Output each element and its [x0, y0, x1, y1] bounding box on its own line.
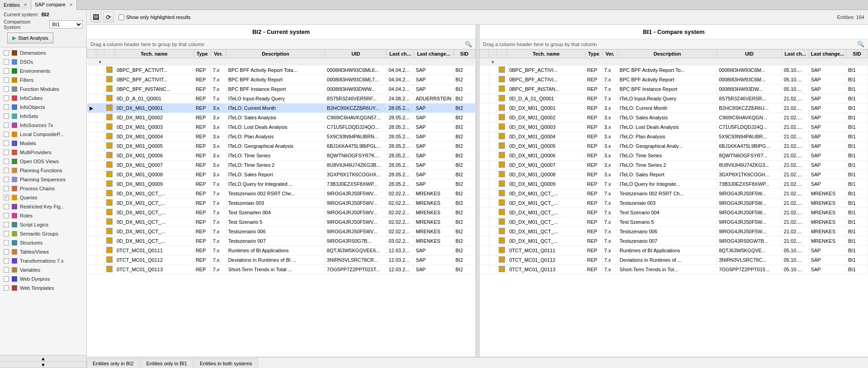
table-row[interactable]: 0D_D_A_01_Q0001 REP 7.x ITeLO Input-Read… [480, 94, 868, 104]
table-row[interactable]: 0D_DX_M01_Q0001 REP 3.x ITeLO: Current M… [480, 104, 868, 113]
expand-arrow-11[interactable] [87, 170, 96, 179]
sidebar-checkbox-obj[interactable] [4, 104, 9, 110]
scroll-up-arrow[interactable]: ▲ [0, 355, 86, 362]
bi1-expand-arrow-11[interactable] [480, 170, 489, 179]
expand-arrow-20[interactable] [87, 255, 96, 265]
bi1-col-ver[interactable]: Ver. [602, 50, 618, 58]
bi1-expand-arrow-2[interactable] [480, 85, 489, 94]
sidebar-checkbox-dso[interactable] [4, 59, 9, 65]
sidebar-checkbox-model[interactable] [4, 141, 9, 146]
sidebar-item-table[interactable]: Tables/Views [0, 247, 86, 256]
bi1-expand-arrow-13[interactable] [480, 189, 489, 198]
sidebar-checkbox-set[interactable] [4, 113, 9, 119]
sidebar-item-web[interactable]: Web Dynpros [0, 274, 86, 283]
table-row[interactable]: 0D_DX_M01_Q0008 REP 3.x ITeLO: Sales Rep… [480, 170, 868, 179]
expand-arrow-4[interactable]: ▶ [87, 104, 96, 113]
table-row[interactable]: 0D_DX_M01_Q0006 REP 3.x ITeLO: Time Seri… [480, 151, 868, 160]
bi1-expand-arrow-10[interactable] [480, 160, 489, 170]
toolbar-refresh-button[interactable]: 🖼 [90, 12, 101, 23]
table-row[interactable]: 0D_DX_M01_QCT_... REP 7.x Test Szenario … [480, 217, 868, 227]
bottom-tab-2[interactable]: Entities in both systems [194, 359, 258, 368]
sidebar-checkbox-chain[interactable] [4, 186, 9, 191]
sidebar-item-script[interactable]: Script Logics [0, 220, 86, 229]
sidebar-item-seq[interactable]: Planning Sequences [0, 175, 86, 184]
sidebar-item-set[interactable]: InfoSets [0, 112, 86, 121]
table-row[interactable]: 0D_DX_M01_QCT_... REP 7.x Testszenario 0… [87, 236, 476, 246]
table-row[interactable]: 0BPC_BPF_INSTANC... REP 7.x BPC BPF Inst… [87, 85, 476, 94]
expand-arrow-17[interactable] [87, 227, 96, 236]
table-row[interactable]: 0D_DX_M01_QCT_... REP 7.x Text Szenarlen… [87, 208, 476, 217]
sidebar-item-trans[interactable]: Transformations 7.x [0, 256, 86, 265]
sidebar-checkbox-comp[interactable] [4, 132, 9, 137]
bi1-expand-arrow-5[interactable] [480, 113, 489, 123]
table-row[interactable]: 0D_D_A_01_Q0001 REP 7.x ITeLO Input-Read… [87, 94, 476, 104]
sidebar-item-sem[interactable]: Semantic Groups [0, 229, 86, 238]
bi1-col-desc[interactable]: Description [618, 50, 717, 58]
bi2-col-uid[interactable]: UID [325, 50, 387, 58]
sidebar-item-func[interactable]: Function Modules [0, 85, 86, 94]
sidebar-checkbox-rkey[interactable] [4, 204, 9, 209]
table-row[interactable]: 0BPC_BPF_ACTIVI... REP 7.x BPC BPF Activ… [480, 75, 868, 85]
table-row[interactable]: 0D_DX_M01_QCT_... REP 7.x Testszenario 0… [480, 227, 868, 236]
sidebar-checkbox-multi[interactable] [4, 150, 9, 155]
expand-arrow-6[interactable] [87, 123, 96, 132]
bi1-expand-arrow-16[interactable] [480, 217, 489, 227]
table-row[interactable]: 0TCT_MC01_Q0111 REP 7.x Runtimes of BI A… [87, 246, 476, 255]
table-row[interactable]: 0D_DX_M01_QCT_... REP 7.x Testszeriaio 0… [480, 198, 868, 208]
tab-entities-close[interactable]: ✕ [24, 2, 27, 7]
sidebar-item-plan[interactable]: Planning Functions [0, 166, 86, 175]
bi1-expand-arrow-0[interactable] [480, 66, 489, 75]
sidebar-item-ods[interactable]: Open ODS Views [0, 157, 86, 166]
bi1-search-icon[interactable]: 🔍 [857, 41, 864, 47]
show-highlighted-checkbox[interactable] [118, 14, 124, 20]
table-row[interactable]: 0TCT_MC01_Q0111 REP 7.x Runtimes of BI A… [480, 246, 868, 255]
bi1-expand-arrow-14[interactable] [480, 198, 489, 208]
table-row[interactable]: 0D_DX_M01_Q0004 REP 3.x ITeLO: Plan Anal… [87, 132, 476, 142]
comparison-system-select[interactable]: BI1 BI2 [49, 20, 83, 28]
bi2-table-container[interactable]: Tech. name Type Ver. Description UID Las… [87, 49, 476, 357]
sidebar-item-src[interactable]: InfoSources 7x [0, 121, 86, 130]
expand-arrow-5[interactable] [87, 113, 96, 123]
table-row[interactable]: 0BPC_BPF_INSTAN... REP 7.x BPC BPF Insta… [480, 85, 868, 94]
bi2-col-desc[interactable]: Description [226, 50, 325, 58]
table-row[interactable]: 0D_DX_M01_Q0003 REP 3.x ITeLO: Lost Deal… [87, 123, 476, 132]
expand-arrow-2[interactable] [87, 85, 96, 94]
bi1-expand-arrow-9[interactable] [480, 151, 489, 160]
sidebar-item-comp[interactable]: Local CompositeP... [0, 130, 86, 139]
table-row[interactable]: 0D_DX_M01_Q0009 REP 7.x ITeLO Query for … [87, 179, 476, 189]
sidebar-item-struct[interactable]: Structures [0, 238, 86, 247]
bi2-col-ver[interactable]: Ver. [211, 50, 226, 58]
table-row[interactable]: 0BPC_BPF_ACTIVIT... REP 7.x BPC BPF Acti… [87, 75, 476, 85]
bi1-expand-arrow-19[interactable] [480, 246, 489, 255]
sidebar-checkbox-sem[interactable] [4, 231, 9, 236]
expand-arrow-19[interactable] [87, 246, 96, 255]
table-row[interactable]: 0TCT_MC01_Q0112 REP 7.x Deviations in Ru… [87, 255, 476, 265]
bi2-col-type[interactable]: Type [193, 50, 211, 58]
bi1-expand-arrow-17[interactable] [480, 227, 489, 236]
sidebar-item-role[interactable]: Roles [0, 211, 86, 220]
bi1-expand-arrow-15[interactable] [480, 208, 489, 217]
table-row[interactable]: 0D_DX_M01_Q0007 REP 3.x ITeLO: Time Seri… [87, 160, 476, 170]
sidebar-checkbox-webt[interactable] [4, 285, 9, 291]
sidebar-item-multi[interactable]: MultiProviders [0, 148, 86, 157]
bi2-col-lch1[interactable]: Last ch... [387, 50, 414, 58]
sidebar-checkbox-ods[interactable] [4, 159, 9, 164]
sidebar-checkbox-seq[interactable] [4, 177, 9, 182]
expand-arrow-15[interactable] [87, 208, 96, 217]
table-row[interactable]: 0D_DX_M01_QCT_... REP 7.x Testszenario 0… [480, 236, 868, 246]
table-row[interactable]: 0D_DX_M01_Q0005 REP 3.x ITeLO: Geographi… [480, 142, 868, 151]
sidebar-checkbox-var[interactable] [4, 267, 9, 273]
expand-arrow-0[interactable] [87, 66, 96, 75]
tab-sap-compare-close[interactable]: ✕ [69, 2, 73, 7]
expand-arrow-21[interactable] [87, 265, 96, 274]
expand-arrow-12[interactable] [87, 179, 96, 189]
bi1-expand-arrow-12[interactable] [480, 179, 489, 189]
expand-arrow-8[interactable] [87, 142, 96, 151]
bottom-tab-1[interactable]: Entities only in BI1 [141, 359, 193, 368]
bi1-expand-arrow-6[interactable] [480, 123, 489, 132]
table-row[interactable]: ▶ 0D_DX_M01_Q0001 REP 3.x ITeLO: Current… [87, 104, 476, 113]
sidebar-checkbox-web[interactable] [4, 276, 9, 282]
sidebar-checkbox-trans[interactable] [4, 258, 9, 264]
sidebar-item-env[interactable]: Environments [0, 66, 86, 75]
bi1-col-lch1[interactable]: Last ch... [782, 50, 809, 58]
